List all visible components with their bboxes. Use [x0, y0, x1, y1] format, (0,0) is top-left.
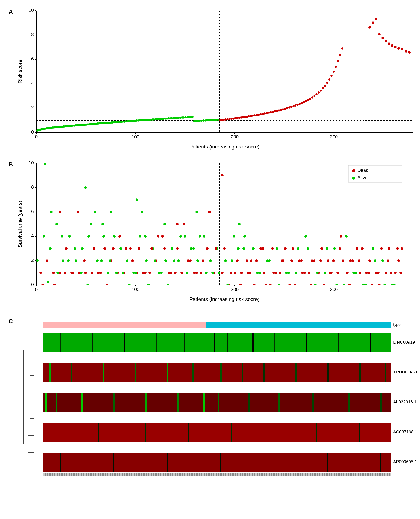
- y-axis-label-b: Survival time (years): [17, 201, 23, 248]
- chart-b-svg: 0 2 4 6 8 10 0 10: [17, 159, 419, 313]
- svg-point-422: [226, 284, 229, 286]
- svg-point-316: [67, 260, 70, 262]
- svg-point-257: [52, 272, 55, 274]
- svg-point-426: [239, 284, 242, 286]
- high-type-bar: [206, 322, 391, 327]
- svg-point-218: [384, 40, 387, 42]
- svg-point-477: [44, 162, 46, 165]
- svg-point-315: [64, 272, 67, 274]
- svg-point-298: [184, 235, 186, 237]
- svg-point-215: [375, 17, 377, 20]
- y-axis-ticks: 0 2 4 6 8 10: [29, 7, 36, 135]
- svg-rect-506: [214, 333, 216, 352]
- svg-rect-556: [327, 452, 328, 472]
- svg-text:2: 2: [31, 105, 34, 110]
- svg-point-225: [408, 51, 411, 54]
- svg-point-164: [242, 116, 244, 118]
- svg-point-196: [307, 99, 309, 101]
- svg-point-153: [221, 119, 223, 121]
- svg-point-320: [80, 272, 82, 274]
- svg-point-169: [252, 115, 254, 117]
- svg-point-267: [84, 272, 87, 274]
- svg-text:10: 10: [29, 7, 34, 13]
- svg-point-150: [215, 119, 217, 121]
- svg-point-334: [125, 247, 128, 250]
- svg-point-382: [279, 272, 281, 274]
- svg-point-256: [49, 247, 52, 250]
- bottom-dendrogram: [43, 473, 391, 476]
- svg-rect-526: [385, 363, 386, 382]
- svg-text:300: 300: [330, 287, 338, 292]
- svg-rect-531: [113, 393, 115, 412]
- svg-text:100: 100: [132, 287, 140, 292]
- svg-point-324: [93, 247, 95, 250]
- svg-point-191: [296, 104, 299, 106]
- svg-point-473: [390, 272, 392, 274]
- svg-point-421: [223, 247, 226, 250]
- heatmap-row-linc00919: [43, 333, 391, 352]
- svg-text:0: 0: [31, 282, 34, 287]
- svg-point-205: [326, 82, 328, 84]
- svg-rect-533: [177, 393, 179, 412]
- svg-point-441: [287, 272, 290, 274]
- svg-point-258: [55, 223, 58, 225]
- svg-point-327: [102, 235, 105, 237]
- chart-a-svg: 0 2 4 6 8 10 0: [17, 7, 419, 156]
- svg-point-337: [135, 272, 137, 274]
- svg-point-201: [318, 91, 320, 94]
- svg-point-331: [115, 272, 118, 274]
- svg-rect-537: [278, 393, 280, 412]
- svg-point-479: [110, 211, 112, 213]
- gene-label-3: AL022316.1: [393, 400, 416, 404]
- svg-rect-507: [226, 333, 228, 352]
- svg-point-452: [322, 284, 325, 286]
- svg-point-432: [258, 272, 261, 274]
- svg-point-269: [91, 272, 93, 274]
- svg-rect-525: [359, 363, 361, 382]
- svg-point-323: [90, 223, 92, 225]
- svg-point-455: [332, 260, 335, 262]
- svg-point-338: [138, 247, 140, 250]
- svg-point-467: [371, 284, 373, 286]
- legend-dead: Dead: [357, 168, 369, 173]
- svg-rect-505: [206, 333, 391, 352]
- svg-point-250: [352, 169, 355, 172]
- svg-point-431: [255, 260, 258, 262]
- svg-point-445: [300, 260, 303, 262]
- svg-rect-529: [56, 393, 57, 412]
- svg-rect-511: [338, 333, 339, 352]
- svg-point-254: [43, 235, 45, 237]
- svg-point-214: [372, 21, 374, 24]
- svg-rect-513: [43, 363, 391, 382]
- svg-point-207: [330, 75, 333, 77]
- svg-point-294: [171, 247, 173, 250]
- svg-point-416: [388, 247, 390, 250]
- svg-text:4: 4: [31, 81, 34, 86]
- svg-rect-500: [60, 333, 61, 352]
- svg-point-428: [246, 260, 248, 262]
- svg-rect-503: [156, 333, 157, 352]
- svg-rect-249: [348, 165, 402, 183]
- svg-point-212: [341, 47, 343, 50]
- svg-point-350: [176, 247, 179, 250]
- svg-point-476: [399, 272, 402, 274]
- svg-point-400: [337, 272, 339, 274]
- svg-rect-546: [231, 423, 232, 442]
- svg-point-370: [240, 272, 243, 274]
- svg-text:2: 2: [31, 258, 34, 263]
- svg-point-190: [294, 104, 296, 107]
- svg-point-274: [107, 272, 109, 274]
- svg-point-442: [291, 260, 293, 262]
- svg-point-371: [243, 235, 246, 237]
- svg-point-208: [333, 71, 335, 73]
- svg-text:200: 200: [231, 134, 239, 140]
- svg-rect-551: [60, 452, 61, 472]
- svg-point-462: [355, 272, 357, 274]
- heatmap-row-ap000695: [43, 452, 391, 472]
- svg-point-137: [192, 116, 194, 118]
- svg-point-468: [374, 260, 376, 262]
- svg-point-461: [351, 260, 354, 262]
- svg-point-396: [324, 272, 326, 274]
- svg-rect-502: [124, 333, 125, 352]
- svg-point-488: [176, 223, 179, 225]
